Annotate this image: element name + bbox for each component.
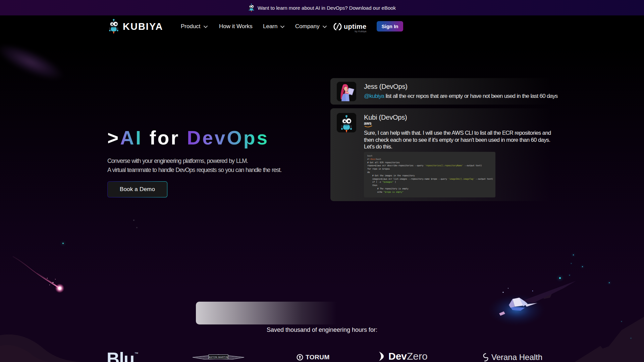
nav-item-learn-label: Learn	[263, 23, 277, 30]
chat-author-kubi: Kubi (DevOps)	[364, 114, 407, 121]
chevron-down-icon	[280, 25, 284, 28]
svg-text:aws: aws	[364, 121, 372, 126]
logo-verana-health: Verana Health	[482, 353, 542, 362]
nav-item-product[interactable]: Product	[181, 15, 208, 38]
code-line: #!/bin/bash	[367, 158, 492, 161]
star-dot	[137, 227, 137, 228]
kubi-message-text: Sure, I can help with that. I will use t…	[364, 129, 557, 150]
code-line: echo "$repo is empty"	[367, 191, 492, 194]
chevron-down-icon	[323, 25, 327, 28]
logo-devzero: DevZero	[378, 351, 428, 362]
brand-name: KUBIYA	[123, 21, 163, 32]
star-dot	[62, 243, 64, 244]
star-dot	[559, 277, 561, 279]
book-demo-label: Book a Demo	[108, 182, 167, 197]
code-line: # Get all ECR repositories	[367, 161, 492, 165]
uptime-wordmark: uptimeby Kubiya	[344, 23, 366, 31]
nav-item-how-it-works-label: How it Works	[219, 23, 253, 30]
robot-icon-announcement	[248, 3, 255, 12]
code-line: # The repository is empty	[367, 187, 492, 191]
star-dot	[609, 282, 610, 283]
sign-in-button[interactable]: Sign In	[377, 21, 403, 32]
comet-decoration	[10, 253, 70, 295]
code-line: then	[367, 184, 492, 187]
code-line: # Get the images in the repository	[367, 174, 492, 178]
nav-item-company[interactable]: Company	[295, 15, 327, 38]
star-dot	[582, 266, 583, 267]
kubiya-logo[interactable]: KUBIYA	[108, 15, 163, 38]
code-line: do	[367, 171, 492, 174]
jess-avatar	[337, 82, 356, 101]
nav-item-product-label: Product	[181, 23, 201, 30]
kubi-avatar	[337, 113, 356, 132]
code-line: repos=$(aws ecr describe-repositories --…	[367, 164, 492, 168]
star-dot	[133, 220, 134, 221]
top-navigation: KUBIYA Product How it Works Learn Compan…	[0, 15, 644, 43]
announcement-text: Want to learn more about AI in DevOps? D…	[258, 5, 396, 11]
chevron-down-icon	[204, 25, 208, 28]
logo-blu: Blu™	[107, 349, 138, 362]
nav-item-how-it-works[interactable]: How it Works	[219, 15, 253, 38]
code-line: images=$(aws ecr list-images --repositor…	[367, 178, 492, 181]
svg-text:ASTON MARTIN: ASTON MARTIN	[209, 356, 228, 358]
logo-aston-martin: ASTON MARTIN	[191, 352, 246, 362]
code-line: for repo in $repos	[367, 168, 492, 171]
chat-author-jess: Jess (DevOps)	[364, 83, 408, 90]
hero-heading: >AI for DevOps	[107, 127, 269, 149]
verana-icon	[482, 353, 489, 362]
page-background: Want to learn more about AI in DevOps? D…	[0, 0, 644, 362]
kubiya-robot-icon	[108, 18, 119, 35]
torum-icon	[297, 354, 303, 361]
nav-item-company-label: Company	[295, 23, 320, 30]
star-dot	[571, 263, 572, 264]
code-block[interactable]: bash#!/bin/bash# Get all ECR repositorie…	[364, 152, 495, 197]
aws-logo: aws	[364, 121, 374, 130]
star-dot	[631, 338, 631, 339]
kubiya-mention: @kubiya	[364, 93, 384, 99]
hero-subtitle-line1: Converse with your engineering platforms…	[107, 157, 281, 166]
announcement-bar[interactable]: Want to learn more about AI in DevOps? D…	[0, 0, 644, 15]
uptime-icon	[333, 22, 342, 31]
star-dot	[573, 254, 574, 255]
book-demo-button[interactable]: Book a Demo	[107, 181, 167, 197]
chat-message-kubi: Kubi (DevOps) aws Sure, I can help with …	[330, 108, 555, 201]
hero-subtitle-line2: A virtual teammate to handle DevOps requ…	[107, 166, 281, 175]
nav-item-learn[interactable]: Learn	[263, 15, 284, 38]
hero-subtitle: Converse with your engineering platforms…	[107, 157, 281, 174]
star-dot	[621, 321, 622, 322]
chat-message-jess: Jess (DevOps) @kubiya list all the ecr r…	[330, 78, 555, 105]
code-line: bash	[367, 155, 492, 158]
logo-torum: TORUM	[297, 354, 330, 361]
code-line: if [ -z "$images" ]	[367, 181, 492, 184]
logos-caption: Saved thousand of engineering hours for:	[0, 326, 644, 334]
devzero-icon	[378, 351, 386, 361]
logo-carousel-fade	[196, 302, 448, 324]
uptime-byline: by Kubiya	[355, 30, 367, 33]
uptime-logo[interactable]: uptimeby Kubiya	[333, 15, 366, 38]
chat-message-jess-text: @kubiya list all the ecr repos that are …	[364, 93, 557, 100]
star-dot	[569, 275, 570, 276]
